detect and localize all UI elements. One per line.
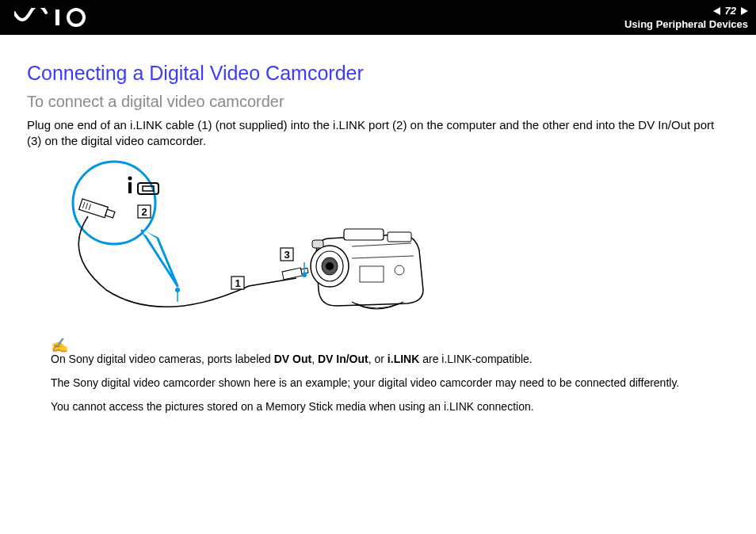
diagram-label-3: 3 bbox=[284, 249, 289, 261]
camcorder-icon bbox=[311, 229, 423, 309]
svg-rect-26 bbox=[388, 232, 411, 242]
svg-rect-4 bbox=[128, 182, 132, 193]
svg-rect-0 bbox=[55, 10, 59, 25]
page-subtitle: To connect a digital video camcorder bbox=[27, 93, 729, 111]
svg-rect-31 bbox=[312, 240, 323, 248]
svg-point-1 bbox=[68, 10, 84, 25]
svg-rect-25 bbox=[344, 229, 384, 240]
diagram-label-1: 1 bbox=[235, 277, 240, 289]
svg-point-24 bbox=[326, 262, 334, 270]
header-bar: 72 Using Peripheral Devices bbox=[0, 0, 756, 35]
instruction-text: Plug one end of an i.LINK cable (1) (not… bbox=[27, 117, 729, 150]
vaio-logo bbox=[8, 8, 101, 27]
note-line-2: The Sony digital video camcorder shown h… bbox=[51, 376, 729, 389]
notes-section: ✍ On Sony digital video cameras, ports l… bbox=[27, 337, 729, 413]
next-page-icon[interactable] bbox=[741, 7, 748, 15]
section-title: Using Peripheral Devices bbox=[624, 18, 748, 30]
note-icon: ✍ bbox=[51, 337, 729, 354]
svg-point-3 bbox=[128, 176, 132, 180]
page-number: 72 bbox=[725, 5, 736, 17]
note-line-1: On Sony digital video cameras, ports lab… bbox=[51, 353, 729, 365]
note-line-3: You cannot access the pictures stored on… bbox=[51, 400, 729, 413]
diagram-label-2: 2 bbox=[141, 206, 147, 218]
header-nav: 72 Using Peripheral Devices bbox=[624, 5, 748, 30]
prev-page-icon[interactable] bbox=[713, 7, 720, 15]
page-title: Connecting a Digital Video Camcorder bbox=[27, 62, 729, 85]
page-content: Connecting a Digital Video Camcorder To … bbox=[0, 35, 756, 413]
page-nav: 72 bbox=[713, 5, 748, 17]
connection-diagram: 2 1 3 bbox=[51, 159, 463, 326]
svg-rect-16 bbox=[282, 268, 303, 280]
